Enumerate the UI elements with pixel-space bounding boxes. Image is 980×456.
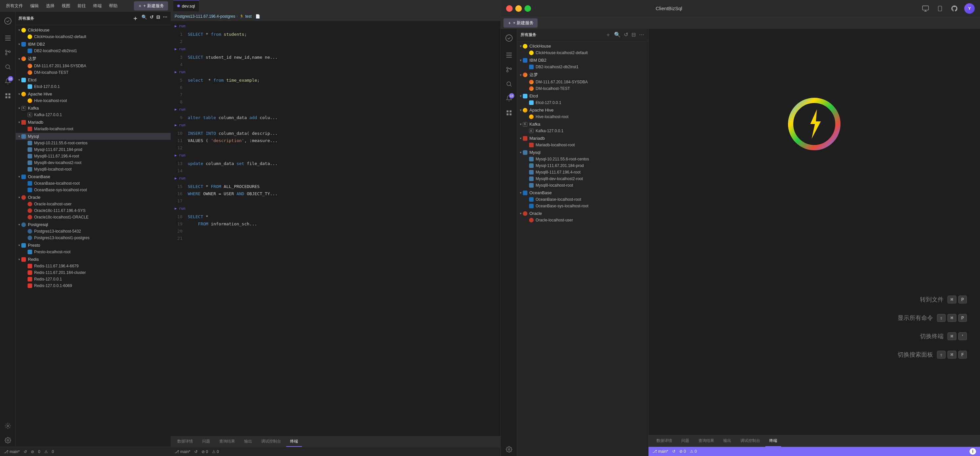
rp-group-header-mariadb[interactable]: ▾ Mariadb [517,135,648,142]
item-mysql5[interactable]: Mysql8-localhost-root [16,166,171,173]
activity-settings[interactable] [1,434,14,447]
rp-item-dm1[interactable]: DM-111.67.201.184-SYSDBA [517,79,648,85]
item-ob1[interactable]: OceanBase-localhost-root [16,180,171,187]
group-header-mysql[interactable]: ▾ Mysql [16,133,171,140]
rp-group-header-oracle[interactable]: ▾ Oracle [517,210,648,217]
item-mysql1[interactable]: Mysql-10.211.55.6-root-centos [16,140,171,146]
collapse-all-btn[interactable]: ⊟ [156,14,161,23]
bottom-tab-terminal[interactable]: 终端 [286,437,302,447]
rp-add-btn[interactable]: ＋ [605,31,611,39]
rp-bottom-tab-results[interactable]: 查询结果 [694,435,718,447]
item-etcd1[interactable]: Etcd-127.0.0.1 [16,83,171,90]
rp-status-info-icon[interactable]: i [972,449,973,454]
rp-refresh-btn[interactable]: ↺ [623,31,629,39]
rp-activity-logo[interactable] [503,32,515,44]
group-header-redis[interactable]: ▾ Redis [16,256,171,263]
bottom-tab-debug[interactable]: 调试控制台 [257,437,285,447]
group-header-presto[interactable]: ▾ Presto [16,242,171,249]
rp-github-icon[interactable] [950,4,959,13]
breadcrumb-schema[interactable]: 🏃 test [239,14,252,19]
rp-item-hive1[interactable]: Hive-localhost-root [517,113,648,120]
status-sync-left[interactable]: ↺ [24,450,27,454]
search-sidebar-btn[interactable]: 🔍 [141,14,148,23]
tl-green-right[interactable] [525,5,531,12]
rp-item-mysql2[interactable]: Mysql-111.67.201.184-prod [517,162,648,169]
activity-debug[interactable] [1,419,14,432]
item-mysql4[interactable]: Mysql8-dev-localhost2-root [16,159,171,166]
activity-search[interactable] [1,60,14,73]
item-hive1[interactable]: Hive-localhost-root [16,97,171,104]
rp-item-etcd1[interactable]: Etcd-127.0.0.1 [517,99,648,106]
new-service-button-right[interactable]: ＋ + 新建服务 [503,18,538,27]
rp-item-mysql1[interactable]: Mysql-10.211.55.6-root-centos [517,156,648,162]
editor-tab-devsql[interactable]: dev.sql [173,0,199,11]
menu-select[interactable]: 选择 [43,2,58,10]
rp-monitor-icon[interactable] [921,4,930,13]
item-presto1[interactable]: Presto-localhost-root [16,249,171,255]
rp-bottom-tab-problems[interactable]: 问题 [678,435,693,447]
rp-bottom-tab-debug[interactable]: 调试控制台 [737,435,764,447]
rp-item-mysql3[interactable]: Mysql8-111.67.196.4-root [517,169,648,175]
group-header-ibmdb2[interactable]: ▾ IBM DB2 [16,41,171,48]
rp-mobile-icon[interactable] [935,4,945,13]
item-ora3[interactable]: Oracle18c-localhost1-ORACLE [16,214,171,221]
activity-grid[interactable] [1,89,14,102]
menu-files[interactable]: 所有文件 [3,2,26,10]
activity-files[interactable] [1,32,14,44]
rp-status-sync[interactable]: ↺ [672,449,675,454]
rp-user-avatar[interactable]: Y [964,3,975,14]
run-button-10[interactable]: ▶ run [173,121,187,129]
rp-item-ob1[interactable]: OceanBase-localhost-root [517,196,648,203]
rp-bottom-tab-data[interactable]: 数据详情 [652,435,676,447]
rp-group-header-kafka[interactable]: ▾ K Kafka [517,121,648,128]
run-button-9[interactable]: ▶ run [173,106,187,113]
group-header-oceanbase[interactable]: ▾ OceanBase [16,173,171,180]
group-header-etcd[interactable]: ▾ Etcd [16,76,171,83]
group-header-oracle[interactable]: ▾ Oracle [16,194,171,201]
run-button-5[interactable]: ▶ run [173,68,187,76]
menu-goto[interactable]: 前往 [74,2,89,10]
item-redis1[interactable]: Redis-111.67.196.4-6679 [16,263,171,269]
code-editor[interactable]: ▶ run 1 SELECT * from students; 2 ▶ run … [171,21,501,436]
bottom-tab-output[interactable]: 输出 [240,437,256,447]
rp-item-ob2[interactable]: OceanBase-sys-localhost-root [517,203,648,209]
group-header-hive[interactable]: ▾ Apache Hive [16,91,171,97]
breadcrumb-file[interactable]: 📄 [255,14,260,19]
item-ch1[interactable]: ClickHouse-localhost2-default [16,33,171,40]
bottom-tab-data[interactable]: 数据详情 [173,437,197,447]
item-mysql3[interactable]: Mysql8-111.67.196.4-root [16,153,171,159]
rp-group-header-mysql[interactable]: ▾ Mysql [517,149,648,156]
item-redis3[interactable]: Redis-127.0.0.1 [16,276,171,283]
group-header-mariadb[interactable]: ▾ Mariadb [16,119,171,126]
item-mysql2[interactable]: Mysql-111.67.201.184-prod [16,146,171,153]
menu-view[interactable]: 视图 [59,2,73,10]
run-button-13[interactable]: ▶ run [173,152,187,159]
item-dm1[interactable]: DM-111.67.201.184-SYSDBA [16,63,171,69]
item-redis4[interactable]: Redis-127.0.0.1-6069 [16,283,171,289]
rp-more-btn[interactable]: ⋯ [638,31,645,39]
item-pg1[interactable]: Postgres13-localhost-5432 [16,228,171,235]
rp-item-kafka1[interactable]: K Kafka-127.0.0.1 [517,128,648,134]
bottom-tab-problems[interactable]: 问题 [198,437,214,447]
rp-group-header-hive[interactable]: ▾ Apache Hive [517,106,648,113]
rp-group-header-ob[interactable]: ▾ OceanBase [517,189,648,196]
group-header-postgresql[interactable]: ▾ Postgresql [16,221,171,228]
breadcrumb-db[interactable]: Postgres13-111.67.196.4-postgres [175,14,235,19]
bottom-tab-results[interactable]: 查询结果 [215,437,239,447]
item-kafka1[interactable]: K Kafka-127.0.0.1 [16,111,171,118]
run-button-3[interactable]: ▶ run [173,45,187,53]
menu-terminal[interactable]: 终端 [90,2,105,10]
refresh-sidebar-btn[interactable]: ↺ [149,14,154,23]
rp-activity-grid[interactable] [503,106,515,119]
rp-item-maria1[interactable]: Mariadb-localhost-root [517,142,648,148]
rp-item-dm2[interactable]: DM-localhost-TEST [517,85,648,92]
rp-group-header-dm[interactable]: ▾ 达梦 [517,71,648,79]
rp-activity-search[interactable] [503,78,515,91]
tl-yellow-right[interactable] [515,5,522,12]
editor-status-sync[interactable]: ↺ [194,450,197,454]
item-pg2[interactable]: Postgres13-localhost1-postgres [16,235,171,241]
run-button-1[interactable]: ▶ run [173,22,187,30]
more-sidebar-btn[interactable]: ⋯ [162,14,168,23]
rp-group-header-clickhouse[interactable]: ▾ ClickHouse [517,43,648,49]
rp-collapse-btn[interactable]: ⊟ [631,31,636,39]
